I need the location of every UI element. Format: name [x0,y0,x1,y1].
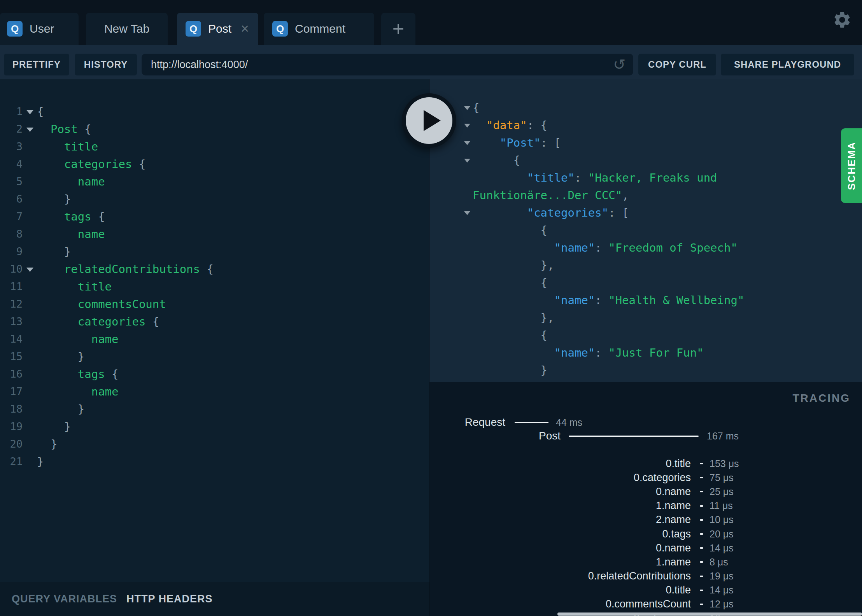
resolver-path: 0.title [430,584,691,596]
fold-arrow-icon[interactable] [464,141,470,145]
resolver-duration: 11 μs [710,500,733,511]
line-number: 21 [0,455,23,467]
code-text: tags { [37,368,119,381]
response-line: { [430,151,862,169]
editor-line: 10 relatedContributions { [0,260,429,278]
resolver-duration: 10 μs [710,514,734,525]
response-line: { [430,221,862,239]
share-playground-button[interactable]: SHARE PLAYGROUND [721,54,854,75]
line-number: 5 [0,175,23,187]
code-text: Post { [37,122,91,136]
http-headers-toggle[interactable]: HTTP HEADERS [126,593,213,605]
query-badge-icon: Q [7,21,23,37]
fold-arrow-icon[interactable] [26,128,33,132]
tab-label: New Tab [104,22,149,35]
fold-arrow-icon[interactable] [464,159,470,163]
response-line: "title": "Hacker, Freaks und [430,169,862,186]
tab-post-active[interactable]: Q Post × [177,13,258,45]
response-line: { [430,99,862,116]
tracing-request-time: 44 ms [556,415,582,429]
line-number: 8 [0,228,23,240]
response-line: "name": "Freedom of Speech" [430,239,862,256]
code-text: }, [473,311,554,324]
editor-line: 11 title [0,278,429,295]
add-tab-button[interactable]: + [381,13,415,45]
response-line: "data": { [430,116,862,134]
code-text: { [37,105,44,118]
resolver-duration: 19 μs [710,570,734,582]
fold-arrow-icon[interactable] [464,106,470,110]
resolver-duration-bar [700,590,703,591]
code-text: } [37,192,71,206]
editor-line: 14 name [0,330,429,348]
fold-arrow-icon[interactable] [26,110,33,114]
response-viewer: { "data": { "Post": [ { "title": "Hacker… [429,79,862,382]
resolver-path: 0.tags [430,528,691,540]
code-text: "name": "Freedom of Speech" [473,241,738,254]
query-variables-toggle[interactable]: QUERY VARIABLES [12,593,117,605]
response-line: { [430,326,862,344]
tracing-post-time: 167 ms [707,429,739,443]
reload-endpoint-icon[interactable]: ↺ [613,55,625,74]
resolver-path: 0.relatedContributions [430,570,691,582]
fold-arrow-icon[interactable] [26,268,33,272]
tracing-panel: TRACING Request 44 ms Post 167 ms 0.titl… [429,382,862,616]
code-text: name [37,332,119,346]
tracing-post-row: Post 167 ms [430,429,862,443]
resolver-duration-bar [700,463,703,464]
tracing-request-label: Request [430,415,505,429]
prettify-button[interactable]: PRETTIFY [4,54,69,75]
endpoint-url-input[interactable]: http://localhost:4000/ ↺ [142,54,633,75]
tab-comment[interactable]: Q Comment [264,13,374,45]
editor-line: 1{ [0,103,429,120]
code-text: categories { [37,158,145,171]
settings-gear-icon[interactable] [832,10,852,30]
code-text: name [37,385,119,398]
code-text: "name": "Just For Fun" [473,346,704,359]
code-text: name [37,175,105,188]
query-editor[interactable]: 1{2 Post {3 title4 categories {5 name6 }… [0,79,429,582]
tracing-resolver-row: 0.name14 μs [430,541,862,555]
tab-user[interactable]: Q User [0,13,79,45]
code-text: relatedContributions { [37,262,214,276]
tracing-request-bar [515,422,548,423]
tab-new-tab[interactable]: New Tab [86,13,168,45]
response-line: "name": "Health & Wellbeing" [430,291,862,309]
resolver-path: 1.name [430,500,691,512]
editor-line: 20 } [0,435,429,453]
code-text: { [473,329,547,342]
code-text: tags { [37,210,105,223]
resolver-duration-bar [700,561,703,563]
line-number: 16 [0,368,23,380]
fold-arrow-icon[interactable] [464,211,470,215]
code-text: { [473,276,547,289]
history-button[interactable]: HISTORY [75,54,137,75]
execute-query-button[interactable] [402,93,456,148]
tracing-horizontal-scrollbar[interactable] [557,612,862,616]
editor-line: 12 commentsCount [0,295,429,313]
line-number: 2 [0,123,23,135]
editor-line: 6 } [0,190,429,208]
editor-line: 8 name [0,225,429,243]
code-text: categories { [37,315,159,328]
tracing-resolver-row: 0.title14 μs [430,583,862,597]
editor-line: 2 Post { [0,120,429,138]
code-text: } [37,350,84,363]
code-text: } [37,420,71,433]
fold-arrow-icon[interactable] [464,124,470,128]
play-icon [424,110,441,131]
code-text: "Post": [ [473,136,561,149]
response-line: }, [430,309,862,326]
copy-curl-button[interactable]: COPY CURL [638,54,716,75]
code-text: { [473,224,547,237]
editor-line: 16 tags { [0,365,429,383]
response-line: ] [430,379,862,382]
resolver-duration: 153 μs [710,458,739,469]
code-text: "title": "Hacker, Freaks und [473,171,717,184]
schema-side-tab[interactable]: SCHEMA [841,128,862,203]
resolver-path: 2.name [430,514,691,526]
editor-footer: QUERY VARIABLES HTTP HEADERS [0,582,429,616]
line-number: 20 [0,438,23,450]
code-text: title [37,140,98,153]
close-tab-icon[interactable]: × [241,22,249,36]
